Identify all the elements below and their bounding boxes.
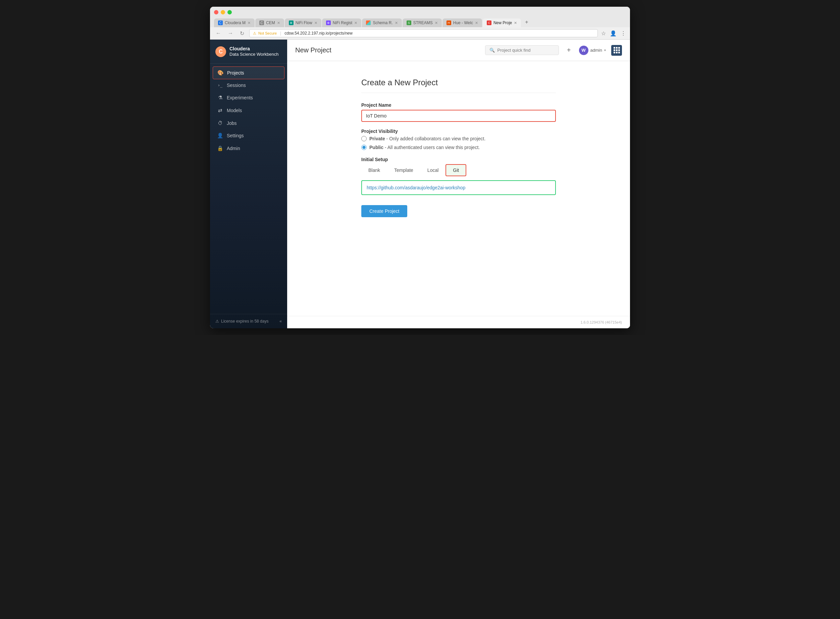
tab-favicon-streams: S xyxy=(407,21,411,25)
tab-close-cem[interactable]: ✕ xyxy=(277,21,280,25)
tab-nifi-flow[interactable]: ⊕ NiFi Flow ✕ xyxy=(285,18,321,27)
tab-title-hue: Hue - Welc xyxy=(453,21,473,25)
sidebar-item-admin[interactable]: 🔒 Admin xyxy=(210,142,287,155)
tab-favicon-schema xyxy=(366,21,371,25)
warning-icon: ⚠ xyxy=(215,319,219,324)
tab-close-hue[interactable]: ✕ xyxy=(475,21,478,25)
menu-icon[interactable]: ⋮ xyxy=(621,30,626,37)
initial-setup-group: Initial Setup Blank Template Local Git xyxy=(361,157,556,195)
projects-icon: 🎨 xyxy=(217,70,224,76)
tab-title-nifi-flow: NiFi Flow xyxy=(295,21,312,25)
form-area: Create a New Project Project Name Projec… xyxy=(287,61,630,316)
project-visibility-label: Project Visibility xyxy=(361,129,556,134)
setup-tab-local[interactable]: Local xyxy=(420,164,446,176)
user-avatar: W xyxy=(579,46,588,55)
project-name-input[interactable] xyxy=(361,110,556,122)
visibility-private-option[interactable]: Private - Only added collaborators can v… xyxy=(361,136,556,141)
tab-new-project[interactable]: C New Proje ✕ xyxy=(483,18,521,27)
admin-icon: 🔒 xyxy=(217,145,224,151)
tab-cem[interactable]: C CEM ✕ xyxy=(255,18,284,27)
tab-nifi-reg[interactable]: ⊕ NiFi Regist ✕ xyxy=(322,18,362,27)
tab-title-streams: STREAMS xyxy=(413,21,433,25)
sidebar-item-jobs[interactable]: ⏱ Jobs xyxy=(210,117,287,129)
create-project-button[interactable]: Create Project xyxy=(361,205,407,217)
close-button[interactable] xyxy=(214,10,218,15)
visibility-public-option[interactable]: Public - All authenticated users can vie… xyxy=(361,145,556,150)
search-icon: 🔍 xyxy=(489,48,495,53)
tab-favicon-cloudera: C xyxy=(218,21,223,25)
tab-streams[interactable]: S STREAMS ✕ xyxy=(403,18,442,27)
license-text: License expires in 58 days xyxy=(221,319,269,324)
minimize-button[interactable] xyxy=(221,10,225,15)
sidebar-label-jobs: Jobs xyxy=(227,121,237,126)
tab-hue[interactable]: H Hue - Welc ✕ xyxy=(443,18,482,27)
private-radio[interactable] xyxy=(361,136,367,141)
tab-schema[interactable]: Schema R. ✕ xyxy=(362,18,401,27)
sidebar-logo: C Cloudera Data Science Workbench xyxy=(210,40,287,64)
form-title: Create a New Project xyxy=(361,78,556,93)
experiments-icon: ⚗ xyxy=(217,95,224,101)
browser-actions: ☆ 👤 ⋮ xyxy=(601,30,626,37)
sidebar-item-projects[interactable]: 🎨 Projects xyxy=(213,66,285,79)
traffic-lights xyxy=(214,10,626,15)
version-footer: 1.6.0.1294376 (46715e4) xyxy=(287,316,630,328)
sidebar-label-sessions: Sessions xyxy=(227,82,246,88)
project-search-box[interactable]: 🔍 xyxy=(485,45,559,55)
maximize-button[interactable] xyxy=(227,10,232,15)
sidebar: C Cloudera Data Science Workbench 🎨 Proj… xyxy=(210,40,287,328)
tab-close-nifi-reg[interactable]: ✕ xyxy=(354,21,357,25)
forward-button[interactable]: → xyxy=(226,30,235,37)
profile-icon[interactable]: 👤 xyxy=(610,30,616,37)
back-button[interactable]: ← xyxy=(214,30,223,37)
tab-favicon-cem: C xyxy=(259,21,264,25)
sidebar-item-experiments[interactable]: ⚗ Experiments xyxy=(210,91,287,104)
tab-close-new-project[interactable]: ✕ xyxy=(514,21,517,25)
tab-favicon-nifi-reg: ⊕ xyxy=(326,21,331,25)
add-project-button[interactable]: + xyxy=(564,46,574,55)
public-label: Public - All authenticated users can vie… xyxy=(369,145,480,150)
settings-icon: 👤 xyxy=(217,133,224,139)
tab-close-schema[interactable]: ✕ xyxy=(395,21,398,25)
tab-close-streams[interactable]: ✕ xyxy=(435,21,438,25)
tab-title-new-project: New Proje xyxy=(494,21,512,25)
tab-cloudera[interactable]: C Cloudera M ✕ xyxy=(214,18,255,27)
setup-tabs: Blank Template Local Git xyxy=(361,164,556,176)
collapse-sidebar-button[interactable]: « xyxy=(279,319,282,324)
address-separator: | xyxy=(280,31,281,36)
new-tab-button[interactable]: + xyxy=(522,17,531,27)
sidebar-item-settings[interactable]: 👤 Settings xyxy=(210,129,287,142)
setup-tab-blank[interactable]: Blank xyxy=(361,164,387,176)
title-bar: C Cloudera M ✕ C CEM ✕ ⊕ NiFi Flow ✕ ⊕ N… xyxy=(210,7,630,27)
tab-title-cem: CEM xyxy=(266,21,275,25)
user-dropdown-icon: ▾ xyxy=(604,48,606,52)
page-title: New Project xyxy=(295,46,331,54)
main-content: New Project 🔍 + W admin ▾ xyxy=(287,40,630,328)
git-url-wrapper xyxy=(361,180,556,195)
sidebar-footer: ⚠ License expires in 58 days « xyxy=(210,314,287,328)
security-warning-icon: ⚠ xyxy=(253,31,256,36)
grid-icon xyxy=(613,47,620,53)
tab-favicon-nifi-flow: ⊕ xyxy=(289,21,294,25)
project-search-input[interactable] xyxy=(497,48,555,53)
reload-button[interactable]: ↻ xyxy=(238,30,246,37)
bookmark-icon[interactable]: ☆ xyxy=(601,30,606,37)
sidebar-label-projects: Projects xyxy=(227,70,244,76)
user-menu-button[interactable]: W admin ▾ xyxy=(579,46,606,55)
sidebar-label-admin: Admin xyxy=(227,146,240,151)
sidebar-nav: 🎨 Projects ›_ Sessions ⚗ Experiments ⇄ M… xyxy=(210,64,287,314)
tab-close-nifi-flow[interactable]: ✕ xyxy=(314,21,317,25)
apps-grid-button[interactable] xyxy=(611,45,622,56)
initial-setup-label: Initial Setup xyxy=(361,157,556,162)
address-input[interactable]: ⚠ Not Secure | cdsw.54.202.2.197.nip.io/… xyxy=(249,29,598,37)
sidebar-item-models[interactable]: ⇄ Models xyxy=(210,104,287,117)
git-url-input[interactable] xyxy=(363,182,555,194)
sidebar-item-sessions[interactable]: ›_ Sessions xyxy=(210,79,287,91)
setup-tab-git[interactable]: Git xyxy=(446,164,466,176)
sidebar-label-settings: Settings xyxy=(227,133,244,138)
tab-favicon-new-project: C xyxy=(487,21,491,25)
public-radio[interactable] xyxy=(361,145,367,150)
sidebar-brand: Cloudera Data Science Workbench xyxy=(230,46,278,57)
tab-close-cloudera[interactable]: ✕ xyxy=(248,21,251,25)
setup-tab-template[interactable]: Template xyxy=(387,164,420,176)
sidebar-label-experiments: Experiments xyxy=(227,95,253,100)
